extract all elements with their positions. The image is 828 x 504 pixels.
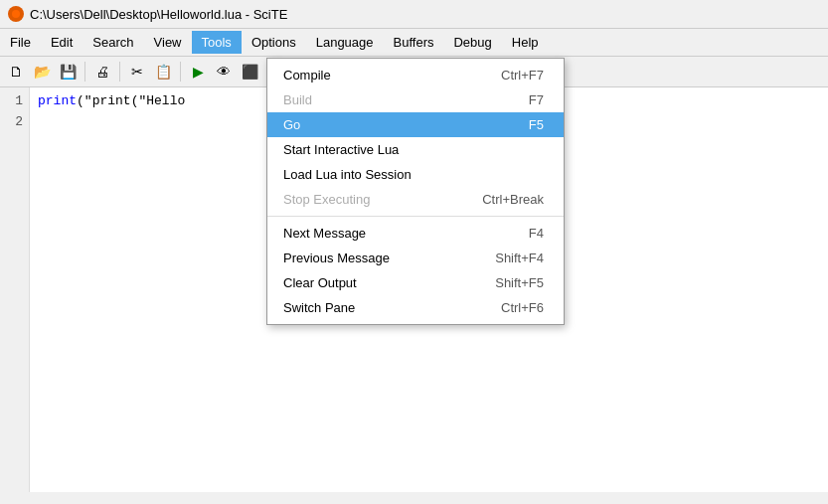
menu-go-label: Go — [283, 117, 300, 132]
menu-clear-output[interactable]: Clear Output Shift+F5 — [267, 270, 564, 295]
menu-go[interactable]: Go F5 — [267, 112, 564, 137]
menu-clear-output-shortcut: Shift+F5 — [495, 275, 544, 290]
separator-2 — [119, 62, 120, 82]
line-numbers: 1 2 — [0, 87, 30, 492]
menu-stop-executing-label: Stop Executing — [283, 192, 370, 207]
menu-buffers[interactable]: Buffers — [384, 31, 444, 54]
menu-build: Build F7 — [267, 87, 564, 112]
menu-clear-output-label: Clear Output — [283, 275, 357, 290]
menu-switch-pane-shortcut: Ctrl+F6 — [501, 300, 544, 315]
menu-language[interactable]: Language — [306, 31, 384, 54]
menu-load-lua[interactable]: Load Lua into Session — [267, 162, 564, 187]
menu-compile-label: Compile — [283, 68, 331, 83]
menu-stop-executing-shortcut: Ctrl+Break — [482, 192, 544, 207]
menu-switch-pane-label: Switch Pane — [283, 300, 355, 315]
separator-1 — [84, 62, 85, 82]
menu-build-shortcut: F7 — [529, 92, 544, 107]
menu-switch-pane[interactable]: Switch Pane Ctrl+F6 — [267, 295, 564, 320]
menu-start-interactive-lua[interactable]: Start Interactive Lua — [267, 137, 564, 162]
stop-button[interactable]: ⬛ — [238, 60, 261, 84]
view-button[interactable]: 👁 — [212, 60, 236, 84]
menu-compile[interactable]: Compile Ctrl+F7 — [267, 63, 564, 87]
tools-dropdown: Compile Ctrl+F7 Build F7 Go F5 Start Int… — [266, 58, 565, 325]
menu-view[interactable]: View — [144, 31, 192, 54]
menu-options[interactable]: Options — [242, 31, 306, 54]
menu-stop-executing: Stop Executing Ctrl+Break — [267, 187, 564, 212]
menu-go-shortcut: F5 — [529, 117, 544, 132]
open-button[interactable]: 📂 — [30, 60, 54, 84]
menu-bar: File Edit Search View Tools Options Lang… — [0, 29, 828, 57]
menu-build-label: Build — [283, 92, 312, 107]
svg-point-0 — [12, 10, 20, 18]
menu-previous-message-shortcut: Shift+F4 — [495, 251, 544, 265]
line-number: 1 — [6, 91, 23, 112]
menu-edit[interactable]: Edit — [41, 31, 83, 54]
menu-help[interactable]: Help — [502, 31, 549, 54]
menu-start-interactive-lua-label: Start Interactive Lua — [283, 142, 399, 157]
title-bar: C:\Users\Dell\Desktop\Helloworld.lua - S… — [0, 0, 828, 29]
menu-previous-message-label: Previous Message — [283, 251, 390, 265]
save-button[interactable]: 💾 — [56, 60, 80, 84]
run-button[interactable]: ▶ — [186, 60, 210, 84]
menu-next-message-label: Next Message — [283, 226, 366, 241]
copy-button[interactable]: 📋 — [151, 60, 175, 84]
print-button[interactable]: 🖨 — [90, 60, 114, 84]
menu-next-message[interactable]: Next Message F4 — [267, 221, 564, 246]
title-text: C:\Users\Dell\Desktop\Helloworld.lua - S… — [30, 7, 287, 22]
menu-search[interactable]: Search — [83, 31, 143, 54]
dropdown-separator — [267, 216, 564, 217]
app-icon — [8, 6, 24, 22]
separator-3 — [180, 62, 181, 82]
menu-next-message-shortcut: F4 — [529, 226, 544, 241]
new-button[interactable]: 🗋 — [4, 60, 28, 84]
menu-debug[interactable]: Debug — [443, 31, 501, 54]
menu-file[interactable]: File — [0, 31, 41, 54]
line-number: 2 — [6, 112, 23, 133]
cut-button[interactable]: ✂ — [125, 60, 149, 84]
menu-tools[interactable]: Tools — [192, 31, 242, 54]
menu-compile-shortcut: Ctrl+F7 — [501, 68, 544, 83]
menu-previous-message[interactable]: Previous Message Shift+F4 — [267, 246, 564, 270]
menu-load-lua-label: Load Lua into Session — [283, 167, 412, 182]
